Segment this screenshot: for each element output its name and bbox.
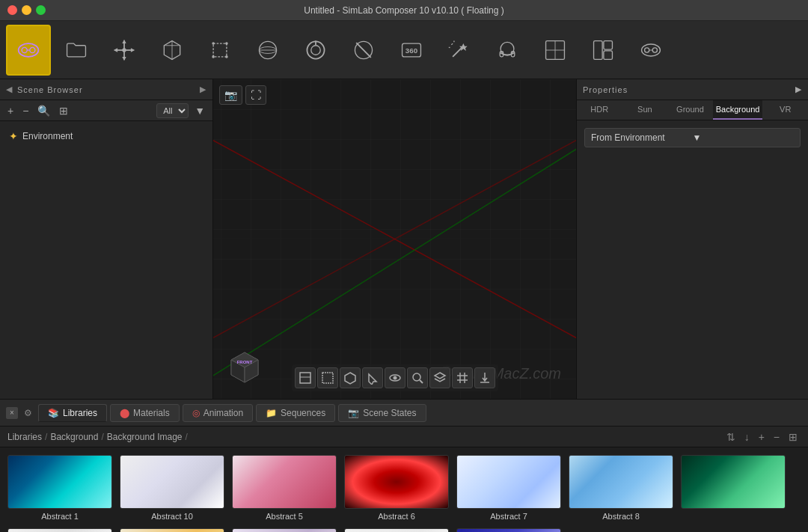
360-icon: 360	[398, 37, 425, 64]
svg-text:FRONT: FRONT	[237, 360, 253, 364]
vp-grid-btn[interactable]	[452, 367, 473, 388]
fullscreen-btn[interactable]: ⛶	[245, 85, 266, 105]
scene-options[interactable]: ⊞	[56, 103, 71, 118]
list-item[interactable]	[120, 528, 224, 532]
remove-scene-item[interactable]: −	[19, 103, 31, 118]
add-btn[interactable]: +	[756, 429, 768, 444]
download-btn[interactable]: ↓	[741, 429, 753, 444]
vp-zoom-btn[interactable]	[407, 367, 428, 388]
sequences-tab-icon: 📁	[266, 408, 277, 418]
vp-eye-btn[interactable]	[385, 367, 405, 388]
list-item[interactable]	[344, 528, 449, 532]
list-item[interactable]: Abstract 7	[456, 455, 561, 521]
sort-btn[interactable]: ⇅	[723, 429, 738, 444]
vp-download-btn[interactable]	[474, 367, 495, 388]
list-item[interactable]: Abstract 5	[232, 455, 337, 521]
breadcrumb-background-image[interactable]: Background Image	[107, 432, 183, 442]
background-source-dropdown[interactable]: From Environment ▼	[584, 128, 801, 147]
tool-layout2[interactable]	[581, 25, 625, 76]
tab-animation[interactable]: ◎ Animation	[183, 404, 253, 422]
thumbnail	[7, 528, 112, 532]
minimize-button[interactable]	[22, 5, 31, 15]
svg-point-23	[311, 45, 320, 54]
scene-browser-title: Scene Browser	[17, 85, 83, 94]
item-label: Abstract 10	[151, 512, 193, 521]
list-item[interactable]: Abstract 6	[344, 455, 449, 521]
remove-btn[interactable]: −	[771, 429, 783, 444]
tool-slash[interactable]	[341, 25, 386, 76]
materials-tab-label: Materials	[133, 408, 170, 418]
tool-select-rect[interactable]	[198, 25, 242, 76]
tab-ground[interactable]: Ground	[667, 100, 713, 120]
close-button[interactable]	[7, 5, 17, 15]
animation-tab-icon: ◎	[192, 408, 200, 418]
svg-rect-42	[604, 50, 613, 59]
tab-vr[interactable]: VR	[762, 100, 808, 120]
environment-label: Environment	[22, 131, 73, 141]
properties-tabs: HDR Sun Ground Background VR	[577, 100, 808, 120]
item-label: Abstract 8	[602, 512, 640, 521]
breadcrumb-background[interactable]: Background	[50, 432, 98, 442]
tool-headset2[interactable]	[628, 25, 673, 76]
tool-vr-view[interactable]	[6, 25, 51, 76]
breadcrumb-libraries[interactable]: Libraries	[7, 432, 42, 442]
properties-expand[interactable]: ▶	[795, 85, 802, 94]
svg-marker-6	[122, 39, 126, 43]
thumbnail	[232, 528, 337, 532]
tab-hdr[interactable]: HDR	[577, 100, 622, 120]
tab-background[interactable]: Background	[713, 100, 763, 120]
list-item[interactable]	[232, 528, 337, 532]
vp-select-btn[interactable]	[317, 367, 338, 388]
tab-scene-states[interactable]: 📷 Scene States	[338, 404, 426, 422]
tool-layout1[interactable]	[533, 25, 578, 76]
properties-title: Properties	[583, 85, 628, 94]
svg-point-17	[225, 55, 228, 58]
close-bottom-panel[interactable]: ×	[6, 407, 18, 419]
viewport[interactable]: 📷 ⛶ ⓪ www.MacZ.com FRONT	[213, 79, 576, 399]
properties-content: From Environment ▼	[577, 120, 808, 399]
maximize-button[interactable]	[36, 5, 46, 15]
tab-sequences[interactable]: 📁 Sequences	[256, 404, 335, 422]
transform-icon	[111, 37, 138, 64]
grid-view-btn[interactable]: ⊞	[786, 429, 801, 444]
search-scene[interactable]: 🔍	[34, 103, 53, 118]
item-label: Abstract 7	[490, 512, 527, 521]
tool-headset[interactable]	[485, 25, 530, 76]
scene-filter-toggle[interactable]: ▼	[192, 103, 208, 118]
svg-point-65	[413, 373, 420, 381]
window-title: Untitled - SimLab Composer 10 v10.10 ( F…	[304, 5, 504, 16]
svg-point-44	[645, 47, 649, 52]
tab-materials[interactable]: ⬤ Materials	[110, 404, 180, 422]
vp-arrow-btn[interactable]	[362, 367, 383, 388]
vp-cube-btn[interactable]	[340, 367, 361, 388]
thumbnail	[681, 455, 786, 509]
tool-sphere[interactable]	[245, 25, 290, 76]
list-item[interactable]	[681, 455, 786, 521]
vp-layers-btn[interactable]	[429, 367, 450, 388]
breadcrumb-actions: ⇅ ↓ + − ⊞	[723, 429, 801, 444]
tool-ring[interactable]	[293, 25, 338, 76]
tool-transform[interactable]	[102, 25, 147, 76]
list-item[interactable]	[7, 528, 112, 532]
add-scene-item[interactable]: +	[4, 103, 16, 118]
scene-filter[interactable]: All	[156, 103, 189, 118]
tab-libraries[interactable]: 📚 Libraries	[38, 404, 107, 422]
scene-browser-expand[interactable]: ▶	[200, 85, 206, 94]
scene-item-environment[interactable]: ✦ Environment	[6, 127, 206, 145]
screenshot-btn[interactable]: 📷	[219, 85, 242, 105]
svg-line-26	[356, 43, 371, 58]
settings-icon[interactable]: ⚙	[24, 408, 32, 418]
breadcrumb-sep2: /	[101, 432, 103, 442]
list-item[interactable]: Abstract 10	[120, 455, 224, 521]
scene-browser-collapse[interactable]: ◀	[6, 85, 13, 94]
tool-folder[interactable]	[54, 25, 99, 76]
list-item[interactable]: Abstract 8	[569, 455, 673, 521]
list-item[interactable]	[456, 528, 561, 532]
tool-magic-wand[interactable]	[437, 25, 482, 76]
list-item[interactable]: Abstract 1	[7, 455, 112, 521]
tool-cube[interactable]	[150, 25, 195, 76]
tab-sun[interactable]: Sun	[622, 100, 668, 120]
tool-360[interactable]: 360	[389, 25, 434, 76]
vp-box-btn[interactable]	[295, 367, 316, 388]
scene-states-tab-label: Scene States	[363, 408, 416, 418]
